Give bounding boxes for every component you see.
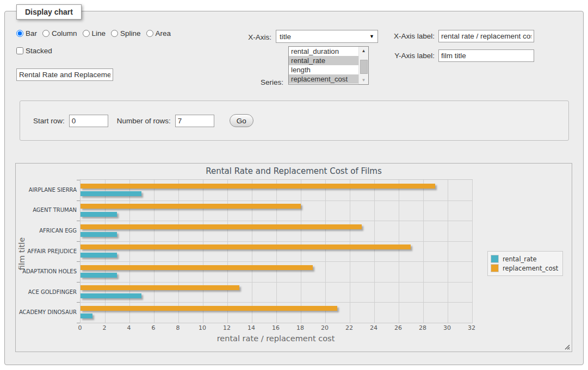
- bar-replacement_cost: [81, 204, 301, 209]
- series-option-rental_duration[interactable]: rental_duration: [289, 47, 358, 56]
- chart-container: Rental Rate and Replacement Cost of Film…: [15, 163, 572, 352]
- x-tick-label: 6: [152, 324, 156, 331]
- scroll-down-icon[interactable]: ▼: [359, 76, 368, 84]
- gridline: [105, 180, 106, 323]
- chart-type-radio-label: Area: [156, 29, 171, 37]
- legend-label: replacement_cost: [503, 265, 558, 272]
- category-label: AGENT TRUMAN: [17, 207, 77, 213]
- x-axis-label-field-label: X-Axis label:: [383, 32, 435, 40]
- chart-plot-area: [80, 179, 473, 323]
- gridline: [81, 241, 472, 242]
- legend-label: rental_rate: [503, 255, 537, 263]
- category-label: ADAPTATION HOLES: [17, 268, 77, 274]
- x-tick-label: 12: [223, 324, 231, 331]
- y-axis-tick: [77, 282, 80, 283]
- x-axis-select-label: X-Axis:: [217, 33, 271, 41]
- chart-title-input[interactable]: [16, 68, 113, 81]
- chart-type-radio-label: Bar: [26, 29, 37, 37]
- chart-title: Rental Rate and Replacement Cost of Film…: [16, 166, 572, 176]
- x-tick-label: 4: [127, 324, 131, 331]
- bar-replacement_cost: [81, 306, 337, 311]
- bar-replacement_cost: [81, 184, 435, 189]
- x-tick-label: 22: [345, 324, 353, 331]
- gridline: [81, 302, 472, 303]
- num-rows-label: Number of rows:: [117, 117, 171, 125]
- gridline: [301, 180, 301, 323]
- legend-item-rental_rate: rental_rate: [491, 255, 558, 263]
- x-tick-label: 20: [321, 324, 329, 331]
- start-row-input[interactable]: [69, 115, 108, 127]
- chart-type-radio-bar[interactable]: [16, 30, 23, 37]
- bar-rental_rate: [81, 232, 117, 237]
- x-tick-label: 28: [419, 324, 426, 331]
- bar-rental_rate: [81, 253, 117, 258]
- x-tick-label: 26: [394, 324, 402, 331]
- category-label: ACE GOLDFINGER: [17, 289, 77, 294]
- gridline: [276, 180, 277, 323]
- bar-rental_rate: [81, 293, 141, 298]
- go-button[interactable]: Go: [230, 114, 253, 127]
- x-axis-select-value: title: [280, 33, 291, 41]
- x-tick-label: 32: [468, 324, 475, 331]
- x-tick-label: 30: [443, 324, 451, 331]
- gridline: [350, 180, 350, 323]
- x-tick-label: 0: [78, 324, 82, 331]
- series-listbox-options: rental_durationrental_ratelengthreplacem…: [289, 47, 358, 84]
- chart-type-option-column: Column: [42, 29, 77, 37]
- gridline: [252, 180, 252, 323]
- series-option-replacement_cost[interactable]: replacement_cost: [289, 74, 358, 84]
- x-tick-label: 18: [296, 324, 304, 331]
- gridline: [81, 200, 472, 201]
- chart-type-option-bar: Bar: [16, 29, 37, 37]
- chart-type-radio-column[interactable]: [42, 30, 49, 37]
- y-axis-label-input[interactable]: [438, 49, 534, 62]
- bar-replacement_cost: [81, 224, 362, 229]
- chart-type-radio-area[interactable]: [146, 30, 153, 37]
- resize-handle-icon[interactable]: [564, 343, 570, 350]
- category-label: AFRICAN EGG: [17, 227, 77, 233]
- x-axis-select[interactable]: title ▼: [276, 30, 378, 43]
- series-listbox-scrollbar[interactable]: ▲ ▼: [358, 47, 368, 84]
- gridline: [227, 180, 228, 323]
- legend-item-replacement_cost: replacement_cost: [491, 264, 558, 272]
- bar-replacement_cost: [81, 285, 239, 290]
- scroll-up-icon[interactable]: ▲: [359, 47, 368, 55]
- scrollbar-thumb[interactable]: [360, 60, 368, 74]
- chart-type-radios: BarColumnLineSplineArea: [16, 29, 176, 37]
- chart-type-radio-line[interactable]: [83, 30, 90, 37]
- chart-type-radio-label: Line: [92, 29, 106, 37]
- chart-type-option-spline: Spline: [111, 29, 141, 37]
- category-label: ACADEMY DINOSAUR: [17, 309, 77, 315]
- gridline: [374, 180, 375, 323]
- gridline: [472, 180, 473, 323]
- stacked-checkbox-row: Stacked: [16, 47, 58, 56]
- stacked-label: Stacked: [16, 47, 52, 55]
- series-option-rental_rate[interactable]: rental_rate: [289, 56, 358, 65]
- bar-replacement_cost: [81, 265, 313, 270]
- gridline: [448, 180, 448, 323]
- category-label: AIRPLANE SIERRA: [17, 186, 77, 192]
- gridline: [203, 180, 203, 323]
- y-axis-tick: [77, 323, 80, 323]
- stacked-checkbox[interactable]: [16, 47, 23, 54]
- x-axis-label-input[interactable]: [438, 30, 534, 42]
- chart-type-radio-label: Spline: [120, 29, 141, 37]
- legend-swatch: [491, 264, 499, 272]
- num-rows-input[interactable]: [175, 115, 214, 127]
- bar-replacement_cost: [81, 244, 411, 249]
- bar-rental_rate: [81, 212, 117, 217]
- display-chart-panel: BarColumnLineSplineArea Stacked X-Axis: …: [4, 11, 584, 365]
- y-axis-tick: [77, 180, 80, 180]
- x-tick-label: 16: [272, 324, 280, 331]
- series-select-label: Series:: [206, 78, 283, 86]
- bar-rental_rate: [81, 313, 92, 318]
- category-label: AFFAIR PREJUDICE: [17, 248, 77, 254]
- chart-legend: rental_ratereplacement_cost: [487, 251, 563, 276]
- series-listbox[interactable]: rental_durationrental_ratelengthreplacem…: [288, 46, 369, 85]
- y-axis-tick: [77, 241, 80, 242]
- series-option-length[interactable]: length: [289, 65, 358, 74]
- chart-type-option-line: Line: [83, 29, 106, 37]
- y-axis-label-field-label: Y-Axis label:: [383, 52, 435, 60]
- chevron-down-icon: ▼: [369, 34, 374, 39]
- chart-type-radio-spline[interactable]: [111, 30, 118, 37]
